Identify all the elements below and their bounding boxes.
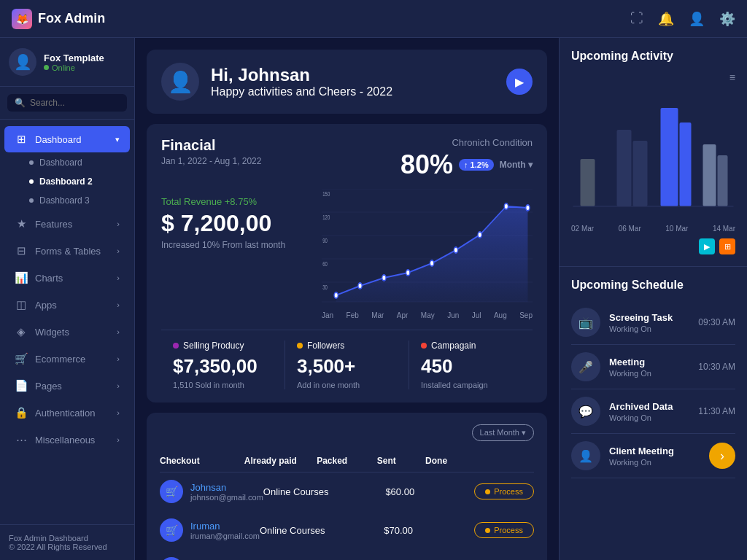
user-name: Johnsan	[190, 482, 263, 493]
schedule-icon-meeting: 🎤	[571, 352, 600, 381]
row-paid: Online Courses	[260, 525, 328, 536]
sidebar-item-label: Miscellaneous	[35, 435, 95, 446]
sidebar-item-pages[interactable]: 📄 Pages ›	[4, 373, 130, 399]
main-layout: 👤 Fox Template Online 🔍 ⊞ Dashboard	[0, 38, 747, 560]
month-button[interactable]: Month ▾	[500, 160, 533, 170]
sidebar-item-miscellaneous[interactable]: ⋯ Miscellaneous ›	[4, 427, 130, 453]
row-sent: $70.00	[384, 525, 429, 536]
stat-campaign: Campagain 450 Installed campaign	[409, 341, 533, 389]
auth-icon: 🔒	[15, 406, 28, 419]
schedule-name: Meeting	[609, 357, 689, 368]
settings-icon[interactable]: ⚙️	[719, 11, 735, 27]
chevron-icon: ›	[117, 381, 120, 390]
sidebar-item-forms-tables[interactable]: ⊟ Forms & Tables ›	[4, 238, 130, 264]
row-paid: Online Courses	[263, 486, 330, 497]
sidebar-item-apps[interactable]: ◫ Apps ›	[4, 292, 130, 318]
col-packed: Packed	[317, 456, 377, 466]
sidebar-nav: ⊞ Dashboard ▾ Dashboard Dashboard 2 Dash…	[0, 120, 134, 524]
financial-card: Finacial Jan 1, 2022 - Aug 1, 2022 Chron…	[147, 124, 547, 402]
chronich-badge: ↑ 1.2%	[459, 159, 494, 171]
right-panel: Upcoming Activity ≡	[559, 38, 747, 560]
misc-icon: ⋯	[15, 433, 28, 446]
svg-point-16	[430, 260, 433, 266]
table-row: 🛒 Dayat Santo dayatsanto@gmail.com Power…	[160, 550, 534, 560]
sidebar-sub-dashboard[interactable]: Dashboard	[0, 153, 134, 172]
search-icon: 🔍	[15, 98, 26, 108]
charts-icon: 📊	[15, 271, 28, 284]
top-nav: 🦊 Fox Admin ⛶ 🔔 👤 ⚙️	[0, 0, 747, 38]
col-paid: Already paid	[244, 456, 317, 466]
welcome-subtitle: Happy activities and Cheers - 2022	[211, 85, 392, 98]
schedule-title: Upcoming Schedule	[571, 279, 735, 292]
table-row: 🛒 Iruman iruman@gmail.com Online Courses…	[160, 511, 534, 550]
forms-tables-icon: ⊟	[15, 244, 28, 257]
profile-name: Fox Template	[44, 52, 104, 63]
sidebar-sub-dashboard2[interactable]: Dashboard 2	[0, 172, 134, 191]
chevron-icon: ▾	[115, 135, 120, 144]
activity-menu-icon[interactable]: ≡	[729, 71, 735, 83]
welcome-avatar: 👤	[161, 63, 199, 101]
schedule-icon-screeing: 📺	[571, 308, 600, 337]
search-input[interactable]	[30, 98, 120, 108]
chronich-value: 80%	[400, 149, 453, 180]
svg-rect-22	[617, 130, 632, 206]
process-button[interactable]: Process	[474, 483, 534, 499]
schedule-name: Screeing Task	[609, 312, 689, 323]
sidebar-item-dashboard[interactable]: ⊞ Dashboard ▾	[4, 126, 130, 152]
notifications-icon[interactable]: 🔔	[658, 11, 674, 27]
row-sent: $60.00	[385, 486, 430, 497]
fullscreen-icon[interactable]: ⛶	[630, 11, 643, 26]
process-button[interactable]: Process	[474, 522, 534, 538]
sidebar-item-label: Pages	[35, 381, 62, 392]
sub-dot	[29, 160, 34, 165]
sidebar-item-label: Forms & Tables	[35, 246, 101, 257]
stat-label-text: Campagain	[431, 341, 476, 351]
col-done: Done	[425, 456, 473, 466]
search-container: 🔍	[0, 87, 134, 120]
svg-point-20	[526, 205, 530, 211]
sidebar-item-ecommerce[interactable]: 🛒 Ecommerce ›	[4, 346, 130, 372]
sidebar-item-widgets[interactable]: ◈ Widgets ›	[4, 319, 130, 345]
sidebar-item-label: Apps	[35, 300, 57, 311]
last-month-button[interactable]: Last Month ▾	[472, 424, 534, 441]
pages-icon: 📄	[15, 379, 28, 392]
svg-point-19	[504, 203, 508, 209]
stat-selling: Selling Producy $7,350,00 1,510 Sold in …	[161, 341, 285, 389]
sub-item-label: Dashboard 3	[39, 195, 90, 206]
chevron-icon: ›	[117, 219, 120, 228]
sidebar-item-features[interactable]: ★ Features ›	[4, 211, 130, 237]
app-name: Fox Admin	[38, 11, 105, 26]
financial-date: Jan 1, 2022 - Aug 1, 2022	[161, 156, 261, 166]
footer-line1: Fox Admin Dashboard	[9, 534, 125, 542]
sidebar-profile: 👤 Fox Template Online	[0, 38, 134, 87]
orders-table-card: Last Month ▾ Checkout Already paid Packe…	[147, 413, 547, 560]
row-avatar: 🛒	[160, 480, 183, 503]
stat-note-campaign: Installed campaign	[421, 381, 521, 389]
activity-bar-chart	[571, 71, 735, 217]
welcome-action-button[interactable]: ▶	[506, 69, 533, 95]
chevron-icon: ›	[117, 435, 120, 444]
stat-note-followers: Add in one month	[297, 381, 397, 389]
sub-item-label: Dashboard 2	[39, 176, 93, 187]
apps-icon: ◫	[15, 298, 28, 311]
svg-text:90: 90	[322, 237, 328, 245]
user-icon[interactable]: 👤	[689, 11, 705, 27]
row-avatar: 🛒	[160, 557, 183, 560]
svg-rect-21	[581, 159, 595, 206]
avatar: 👤	[9, 48, 36, 76]
teal-icon[interactable]: ▶	[699, 238, 715, 254]
orange-icon[interactable]: ⊞	[719, 238, 735, 254]
schedule-item-meeting: 🎤 Meeting Working On 10:30 AM	[571, 345, 735, 389]
ecommerce-icon: 🛒	[15, 352, 28, 365]
stat-note-selling: 1,510 Sold in month	[173, 381, 273, 389]
svg-rect-23	[633, 141, 648, 206]
revenue-note: Increased 10% From last month	[161, 240, 307, 250]
search-box[interactable]: 🔍	[7, 94, 127, 112]
fab-button[interactable]: ›	[709, 443, 735, 469]
schedule-sub: Working On	[609, 369, 689, 378]
svg-text:60: 60	[322, 260, 328, 268]
sidebar-item-authentication[interactable]: 🔒 Authentication ›	[4, 400, 130, 426]
content-area: 👤 Hi, Johnsan Happy activities and Cheer…	[135, 38, 559, 560]
sidebar-item-charts[interactable]: 📊 Charts ›	[4, 265, 130, 291]
sidebar-sub-dashboard3[interactable]: Dashboard 3	[0, 191, 134, 210]
